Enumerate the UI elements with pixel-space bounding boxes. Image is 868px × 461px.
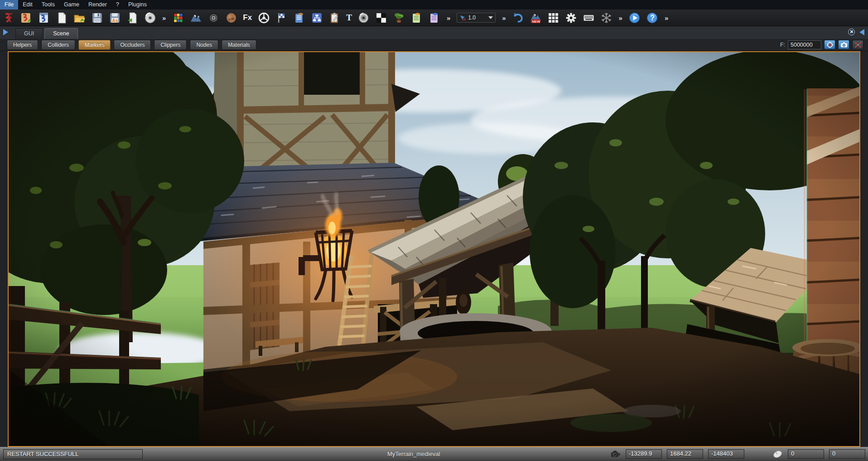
- collapse-view-button[interactable]: [852, 40, 863, 49]
- screenshot-camera-button[interactable]: [838, 40, 849, 49]
- menu-file[interactable]: File: [0, 0, 18, 10]
- menu-help[interactable]: ?: [111, 0, 124, 10]
- steering-wheel-icon[interactable]: [258, 12, 270, 24]
- open-folder-icon[interactable]: [73, 12, 85, 24]
- svg-text:As: As: [112, 18, 118, 23]
- mouse-y-value: 0: [829, 449, 865, 459]
- toolbar-overflow-chevron[interactable]: »: [446, 14, 451, 22]
- tab-gui[interactable]: GUI: [15, 28, 43, 39]
- clock-icon[interactable]: [848, 29, 855, 35]
- speed-value: 1.0: [468, 15, 476, 21]
- document-green-icon[interactable]: [411, 12, 423, 24]
- race-flag-icon[interactable]: [275, 12, 287, 24]
- app-logo-open-icon[interactable]: [20, 12, 32, 24]
- help-button-icon[interactable]: ?: [646, 12, 658, 24]
- main-toolbar: As » Fx T »: [0, 10, 868, 26]
- vignette-overlay: [9, 52, 859, 446]
- settings-gear-icon[interactable]: [565, 12, 577, 24]
- grid-icon[interactable]: [548, 12, 559, 24]
- combo-dropdown-icon[interactable]: [488, 16, 493, 19]
- menu-bar: File Edit Tools Game Render ? Plugins: [0, 0, 868, 10]
- mouse-x-value: 0: [788, 449, 824, 459]
- menu-plugins[interactable]: Plugins: [124, 0, 151, 10]
- toolbar-overflow-chevron[interactable]: »: [618, 14, 623, 22]
- panel-collapse-left-icon[interactable]: [859, 29, 864, 35]
- frame-label: F:: [780, 42, 785, 48]
- svg-text:1x: 1x: [462, 17, 466, 21]
- toolbar-overflow-chevron[interactable]: »: [502, 14, 506, 22]
- terrain-name-label: MyTerrain_medieval: [387, 451, 440, 457]
- mode-helpers-button[interactable]: Helpers: [7, 40, 38, 50]
- rubiks-cube-icon[interactable]: [172, 12, 184, 24]
- alpha-checker-icon[interactable]: [376, 12, 387, 24]
- mode-colliders-button[interactable]: Colliders: [41, 40, 75, 50]
- menu-edit[interactable]: Edit: [18, 0, 37, 10]
- keyboard-icon[interactable]: [583, 12, 595, 24]
- camera-y-value: 1684.22: [667, 449, 703, 459]
- speaker-icon[interactable]: [358, 12, 370, 24]
- scene-3d-viewport[interactable]: [8, 51, 860, 447]
- tab-scene[interactable]: Scene: [44, 28, 77, 39]
- tire-icon[interactable]: [207, 12, 219, 24]
- menu-render[interactable]: Render: [84, 0, 111, 10]
- clipboard-icon[interactable]: [328, 12, 340, 24]
- text-tool-icon[interactable]: T: [346, 13, 352, 23]
- save-icon[interactable]: [91, 12, 103, 24]
- status-message: RESTART SUCCESSFULL: [3, 449, 143, 459]
- hierarchy-icon[interactable]: [311, 12, 323, 24]
- play-button-icon[interactable]: [629, 12, 641, 24]
- mode-occluders-button[interactable]: Occluders: [114, 40, 151, 50]
- camera-x-value: -13289.9: [626, 449, 662, 459]
- camera-position-icon: [610, 450, 621, 458]
- disc-icon[interactable]: [144, 12, 156, 24]
- panel-expand-right-icon[interactable]: [3, 29, 8, 35]
- toolbar-overflow-chevron[interactable]: »: [162, 14, 166, 22]
- import-file-icon[interactable]: [126, 12, 138, 24]
- undo-icon[interactable]: [512, 12, 524, 24]
- svg-text:NEW: NEW: [532, 19, 540, 23]
- fx-tool-icon[interactable]: Fx: [243, 13, 252, 22]
- document-purple-icon[interactable]: [429, 12, 440, 24]
- svg-text:?: ?: [651, 14, 655, 22]
- mode-markers-button[interactable]: Markers: [78, 40, 111, 50]
- scene-mode-bar: Helpers Colliders Markers Occluders Clip…: [0, 39, 868, 51]
- mouse-icon: [772, 450, 783, 458]
- scene-render: [9, 52, 859, 446]
- toolbar-overflow-chevron[interactable]: »: [664, 14, 669, 22]
- frame-value-input[interactable]: [788, 40, 821, 49]
- save-as-icon[interactable]: As: [109, 12, 121, 24]
- planet-icon[interactable]: [225, 12, 237, 24]
- menu-tools[interactable]: Tools: [37, 0, 59, 10]
- mountain-icon[interactable]: [190, 12, 202, 24]
- menu-game[interactable]: Game: [59, 0, 84, 10]
- snowflake-icon[interactable]: [601, 12, 612, 24]
- editor-tab-row: GUI Scene: [0, 26, 868, 39]
- mode-nodes-button[interactable]: Nodes: [190, 40, 218, 50]
- camera-z-value: -148403: [708, 449, 744, 459]
- speed-combo[interactable]: 1x 1.0: [457, 13, 496, 23]
- mode-materials-button[interactable]: Materials: [222, 40, 256, 50]
- camera-target-button[interactable]: [824, 40, 835, 49]
- app-logo-save-icon[interactable]: [38, 12, 50, 24]
- status-bar: RESTART SUCCESSFULL MyTerrain_medieval -…: [0, 447, 868, 461]
- mode-clippers-button[interactable]: Clippers: [154, 40, 187, 50]
- new-file-icon[interactable]: [56, 12, 68, 24]
- script-document-icon[interactable]: [293, 12, 305, 24]
- mountain-new-icon[interactable]: NEW: [530, 12, 542, 24]
- plant-icon[interactable]: [393, 12, 405, 24]
- app-logo-icon[interactable]: [3, 12, 14, 24]
